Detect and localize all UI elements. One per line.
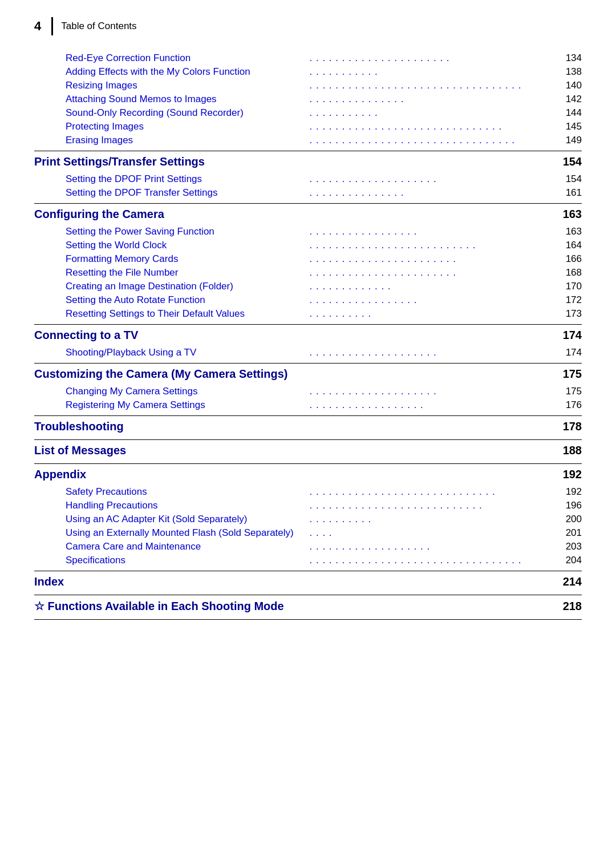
- toc-dots: . . . . . . . . . . . . . . . . . . . . …: [307, 80, 554, 91]
- toc-subitem-label: Attaching Sound Memos to Images: [66, 94, 307, 105]
- header-divider: [51, 17, 53, 35]
- section-heading-customizing-camera[interactable]: Customizing the Camera (My Camera Settin…: [34, 363, 582, 383]
- toc-subitem[interactable]: Safety Precautions . . . . . . . . . . .…: [34, 485, 582, 499]
- toc-dots: . . . . . . . . . . . . . . . . . . . . …: [307, 486, 554, 498]
- toc-dots: . . . . . . . . . . . . . . .: [307, 187, 554, 199]
- section-heading-page: 175: [563, 368, 582, 381]
- toc-subitem-label: Safety Precautions: [66, 486, 307, 498]
- toc-subitem[interactable]: Sound-Only Recording (Sound Recorder) . …: [34, 106, 582, 120]
- section-heading-page: 192: [563, 468, 582, 481]
- toc-subitem-label: Red-Eye Correction Function: [66, 53, 307, 64]
- toc-subitem-page: 149: [553, 135, 582, 146]
- toc-subitem-page: 144: [553, 107, 582, 119]
- section-heading-label: Troubleshooting: [34, 420, 124, 433]
- section-heading-index[interactable]: Index214: [34, 571, 582, 591]
- toc-dots: . . . . . . . . . .: [307, 308, 554, 320]
- toc-subitem-page: 201: [553, 527, 582, 539]
- toc-subitem-label: Camera Care and Maintenance: [66, 541, 307, 552]
- toc-subitem[interactable]: Resetting the File Number . . . . . . . …: [34, 266, 582, 280]
- toc-subitem-page: 161: [553, 187, 582, 199]
- toc-subitem-label: Using an AC Adapter Kit (Sold Separately…: [66, 514, 307, 525]
- toc-subitem[interactable]: Attaching Sound Memos to Images . . . . …: [34, 92, 582, 106]
- toc-dots: . . . . . . . . . . . . . . . . . . . . …: [307, 240, 554, 251]
- section-heading-label: Customizing the Camera (My Camera Settin…: [34, 368, 288, 381]
- toc-dots: . . . . . . . . . . . . . . . . . . . . …: [307, 555, 554, 566]
- section-heading-label: Print Settings/Transfer Settings: [34, 155, 205, 168]
- toc-subitem[interactable]: Registering My Camera Settings . . . . .…: [34, 398, 582, 412]
- page-header: 4 Table of Contents: [34, 17, 582, 35]
- section-heading-page: 154: [563, 155, 582, 168]
- toc-subitem-label: Resetting the File Number: [66, 267, 307, 278]
- bottom-rule: [34, 619, 582, 620]
- toc-subitem-label: Shooting/Playback Using a TV: [66, 347, 307, 358]
- toc-subitem[interactable]: Changing My Camera Settings . . . . . . …: [34, 385, 582, 398]
- toc-subitem[interactable]: Setting the Auto Rotate Function . . . .…: [34, 293, 582, 307]
- toc-content: Red-Eye Correction Function . . . . . . …: [34, 51, 582, 620]
- toc-subitem-page: 203: [553, 541, 582, 552]
- toc-dots: . . . . . . . . . . . . . . . . . . . . …: [307, 53, 554, 64]
- toc-subitem-page: 176: [553, 399, 582, 411]
- toc-subitem[interactable]: Creating an Image Destination (Folder) .…: [34, 280, 582, 293]
- toc-subitem[interactable]: Resizing Images . . . . . . . . . . . . …: [34, 79, 582, 92]
- toc-subitem[interactable]: Specifications . . . . . . . . . . . . .…: [34, 554, 582, 567]
- toc-subitem[interactable]: Red-Eye Correction Function . . . . . . …: [34, 51, 582, 65]
- toc-dots: . . . . . . . . . . . . . . . . . . . . …: [307, 135, 554, 146]
- section-heading-connecting-tv[interactable]: Connecting to a TV174: [34, 324, 582, 345]
- toc-subitem-label: Erasing Images: [66, 135, 307, 146]
- toc-dots: . . . . . . . . . . . . . . . . .: [307, 226, 554, 237]
- toc-subitem-page: 138: [553, 66, 582, 78]
- toc-dots: . . . . . . . . . . . . . . . . .: [307, 294, 554, 306]
- toc-subitem[interactable]: Camera Care and Maintenance . . . . . . …: [34, 540, 582, 554]
- toc-dots: . . . . . . . . . . . . . . . . . . . .: [307, 173, 554, 185]
- page-number: 4: [34, 19, 41, 34]
- section-heading-label: Index: [34, 575, 64, 588]
- toc-subitem[interactable]: Formatting Memory Cards . . . . . . . . …: [34, 252, 582, 266]
- toc-subitem-label: Creating an Image Destination (Folder): [66, 281, 307, 292]
- toc-dots: . . . . . . . . . . .: [307, 107, 554, 119]
- toc-subitem[interactable]: Using an AC Adapter Kit (Sold Separately…: [34, 512, 582, 526]
- section-heading-functions-available[interactable]: ☆ Functions Available in Each Shooting M…: [34, 595, 582, 616]
- section-heading-page: 214: [563, 575, 582, 588]
- toc-subitem-label: Resetting Settings to Their Default Valu…: [66, 308, 307, 320]
- section-heading-troubleshooting[interactable]: Troubleshooting178: [34, 415, 582, 436]
- section-heading-list-of-messages[interactable]: List of Messages188: [34, 439, 582, 460]
- toc-subitem-label: Resizing Images: [66, 80, 307, 91]
- section-heading-page: 174: [563, 329, 582, 342]
- toc-subitem-label: Setting the World Clock: [66, 240, 307, 251]
- toc-subitem-page: 168: [553, 267, 582, 278]
- section-heading-label: Configuring the Camera: [34, 208, 164, 221]
- toc-subitem[interactable]: Adding Effects with the My Colors Functi…: [34, 65, 582, 79]
- toc-subitem-label: Specifications: [66, 555, 307, 566]
- toc-subitem[interactable]: Handling Precautions . . . . . . . . . .…: [34, 499, 582, 512]
- toc-dots: . . . . . . . . . . . . . . . . . . .: [307, 541, 554, 552]
- toc-dots: . . . . . . . . . . . . . . . . . . . . …: [307, 267, 554, 278]
- section-heading-print-settings[interactable]: Print Settings/Transfer Settings154: [34, 151, 582, 171]
- toc-subitem-page: 175: [553, 386, 582, 397]
- toc-subitem-label: Setting the DPOF Transfer Settings: [66, 187, 307, 199]
- toc-subitem[interactable]: Shooting/Playback Using a TV . . . . . .…: [34, 346, 582, 360]
- section-heading-page: 178: [563, 420, 582, 433]
- toc-subitem[interactable]: Protecting Images . . . . . . . . . . . …: [34, 120, 582, 134]
- section-heading-page: 218: [563, 600, 582, 613]
- toc-subitem[interactable]: Setting the World Clock . . . . . . . . …: [34, 239, 582, 252]
- section-heading-appendix[interactable]: Appendix192: [34, 463, 582, 484]
- toc-subitem[interactable]: Setting the Power Saving Function . . . …: [34, 225, 582, 239]
- toc-subitem-page: 142: [553, 94, 582, 105]
- toc-subitem[interactable]: Erasing Images . . . . . . . . . . . . .…: [34, 134, 582, 147]
- section-heading-configuring-camera[interactable]: Configuring the Camera163: [34, 203, 582, 224]
- toc-subitem-page: 204: [553, 555, 582, 566]
- toc-subitem-page: 145: [553, 121, 582, 132]
- toc-subitem-label: Handling Precautions: [66, 500, 307, 511]
- toc-subitem[interactable]: Resetting Settings to Their Default Valu…: [34, 307, 582, 321]
- toc-dots: . . . . . . . . . . . . . . . . . .: [307, 399, 554, 411]
- toc-subitem-page: 166: [553, 253, 582, 265]
- section-heading-page: 188: [563, 444, 582, 457]
- toc-subitem[interactable]: Setting the DPOF Transfer Settings . . .…: [34, 186, 582, 200]
- toc-subitem[interactable]: Using an Externally Mounted Flash (Sold …: [34, 526, 582, 540]
- toc-dots: . . . . . . . . . . . . . . . . . . . . …: [307, 253, 554, 265]
- toc-subitem[interactable]: Setting the DPOF Print Settings . . . . …: [34, 172, 582, 186]
- toc-dots: . . . . . . . . . . . . . . . . . . . . …: [307, 121, 554, 132]
- toc-subitem-page: 192: [553, 486, 582, 498]
- toc-subitem-label: Setting the Power Saving Function: [66, 226, 307, 237]
- section-heading-label: Connecting to a TV: [34, 329, 138, 342]
